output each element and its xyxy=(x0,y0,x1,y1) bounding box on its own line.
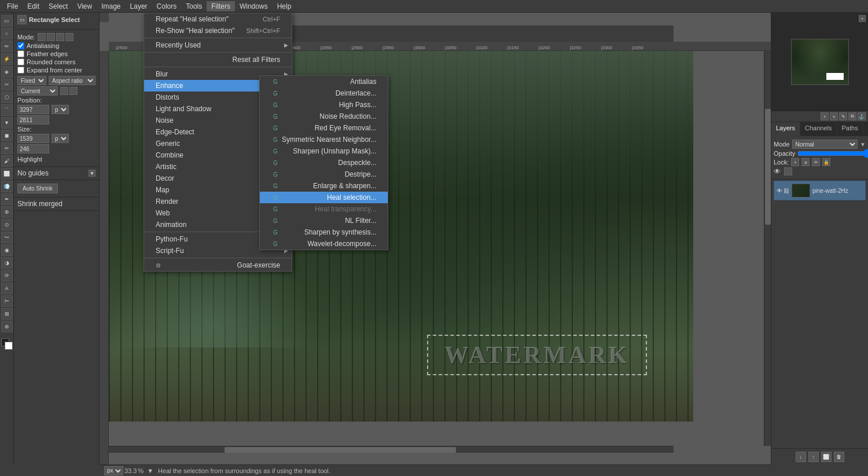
layer-anchor-btn[interactable]: ⚓ xyxy=(858,112,866,120)
tool-select-by-color[interactable]: ◈ xyxy=(1,66,13,78)
lock-paint-btn[interactable]: ✏ xyxy=(812,158,820,166)
current-select[interactable]: Current xyxy=(17,86,58,96)
unit-select[interactable]: px xyxy=(104,466,123,475)
heal-selection-item[interactable]: G Heal selection... xyxy=(260,192,388,203)
guides-arrow[interactable]: ▼ xyxy=(89,170,95,177)
layer-item[interactable]: 👁 ⛓ pine-watt-2Hz xyxy=(774,181,866,200)
edit-layer-btn[interactable]: ✎ xyxy=(839,112,847,120)
destripe-item[interactable]: G Destripe... xyxy=(260,169,388,180)
tool-select-foreground[interactable]: ⬡ xyxy=(1,91,13,103)
tool-eraser[interactable]: ⬜ xyxy=(1,168,13,180)
tool-select-rect[interactable]: ▭ xyxy=(1,15,13,27)
tool-smudge[interactable]: 〜 xyxy=(1,232,13,243)
menu-filters[interactable]: Filters xyxy=(207,1,235,12)
menu-image[interactable]: Image xyxy=(97,1,125,12)
layer-move-down-btn[interactable]: ↓ xyxy=(796,452,806,462)
high-pass-item[interactable]: G High Pass... xyxy=(260,99,388,111)
tool-select-free[interactable]: ✏ xyxy=(1,41,13,52)
menu-file[interactable]: File xyxy=(2,1,23,12)
tool-dodge-burn[interactable]: ◑ xyxy=(1,257,13,269)
tool-blur-sharpen[interactable]: ◉ xyxy=(1,244,13,256)
menu-view[interactable]: View xyxy=(72,1,97,12)
mode-select[interactable]: Normal xyxy=(792,140,858,149)
nl-filter-item[interactable]: G NL Filter... xyxy=(260,215,388,226)
delete-layer-btn[interactable]: × xyxy=(830,112,838,120)
nav-up-btn[interactable]: + xyxy=(859,15,866,22)
menu-windows[interactable]: Windows xyxy=(235,1,273,12)
noise-reduction-item[interactable]: G Noise Reduction... xyxy=(260,111,388,122)
mode-btn-4[interactable] xyxy=(65,33,73,41)
size-w-input[interactable] xyxy=(17,134,49,143)
menu-colors[interactable]: Colors xyxy=(152,1,182,12)
opacity-slider[interactable] xyxy=(797,150,868,157)
rounded-corners-checkbox[interactable] xyxy=(17,58,24,65)
tab-layers[interactable]: Layers xyxy=(771,122,800,136)
despeckle-item[interactable]: G Despeckle... xyxy=(260,157,388,169)
fixed-select[interactable]: Fixed xyxy=(17,76,46,85)
tool-paint-bucket[interactable]: ▼ xyxy=(1,117,13,129)
tool-ink[interactable]: ✒ xyxy=(1,193,13,205)
lock-position-btn[interactable]: + xyxy=(791,158,799,166)
tool-text[interactable]: A xyxy=(1,283,13,294)
current-btn-2[interactable] xyxy=(69,87,78,95)
wavelet-decompose-item[interactable]: G Wavelet-decompose... xyxy=(260,238,388,250)
new-layer-btn[interactable]: + xyxy=(821,112,829,120)
scrollbar-vertical[interactable] xyxy=(764,51,771,446)
layer-link-icon[interactable]: ⛓ xyxy=(784,188,789,194)
red-eye-item[interactable]: G Red Eye Removal... xyxy=(260,122,388,134)
tool-heal[interactable]: ⊕ xyxy=(1,206,13,218)
menu-tools[interactable]: Tools xyxy=(181,1,207,12)
menu-select[interactable]: Select xyxy=(44,1,72,12)
mode-btn-1[interactable] xyxy=(38,33,46,41)
tool-measure[interactable]: ⊢ xyxy=(1,295,13,307)
current-btn-1[interactable] xyxy=(60,87,68,95)
scrollbar-horizontal[interactable] xyxy=(109,446,674,453)
size-h-input[interactable] xyxy=(17,144,49,153)
auto-shrink-button[interactable]: Auto Shrink xyxy=(17,184,58,193)
tab-paths[interactable]: Paths xyxy=(837,122,863,136)
duplicate-layer-btn[interactable]: ⧉ xyxy=(848,112,856,120)
recently-used-item[interactable]: Recently Used xyxy=(144,39,292,51)
antialias-item[interactable]: G Antialias xyxy=(260,76,388,87)
mode-btn-2[interactable] xyxy=(47,33,55,41)
reshow-heal-item[interactable]: Re-Show "Heal selection" Shift+Ctrl+F xyxy=(144,25,292,36)
tool-paintbrush[interactable]: 🖌 xyxy=(1,155,13,167)
tool-gradient[interactable]: ◼ xyxy=(1,130,13,141)
h-scroll-thumb[interactable] xyxy=(225,447,456,453)
lock-all-btn[interactable]: 🔒 xyxy=(822,158,830,166)
goat-exercise-item[interactable]: ⚙ Goat-exercise xyxy=(144,259,292,271)
layer-visibility-eye[interactable]: 👁 xyxy=(774,167,782,175)
enlarge-sharpen-item[interactable]: G Enlarge & sharpen... xyxy=(260,180,388,192)
antialiasing-checkbox[interactable] xyxy=(17,42,24,49)
tool-clone[interactable]: ⊙ xyxy=(1,219,13,230)
repeat-heal-item[interactable]: Repeat "Heal selection" Ctrl+F xyxy=(144,13,292,25)
layer-eye-icon[interactable]: 👁 xyxy=(777,188,782,194)
sharpen-synthesis-item[interactable]: G Sharpen by synthesis... xyxy=(260,226,388,238)
position-y-input[interactable] xyxy=(17,115,49,125)
symmetric-nearest-item[interactable]: G Symmetric Nearest Neighbor... xyxy=(260,134,388,145)
expand-center-checkbox[interactable] xyxy=(17,67,24,74)
mode-btn-3[interactable] xyxy=(56,33,64,41)
aspect-ratio-select[interactable]: Aspect ratio xyxy=(49,76,95,85)
tool-transform[interactable]: ⟳ xyxy=(1,270,13,281)
menu-edit[interactable]: Edit xyxy=(23,1,44,12)
tool-color-picker[interactable]: ⊠ xyxy=(1,308,13,320)
feather-edges-checkbox[interactable] xyxy=(17,50,24,57)
layer-delete-btn[interactable]: 🗑 xyxy=(834,452,844,462)
position-x-input[interactable] xyxy=(17,105,49,114)
deinterlace-item[interactable]: G Deinterlace... xyxy=(260,87,388,99)
tool-airbrush[interactable]: 💨 xyxy=(1,181,13,192)
new-layer-from-visible-btn[interactable]: ⬜ xyxy=(821,452,832,462)
v-scroll-thumb[interactable] xyxy=(765,109,771,225)
reset-filters-item[interactable]: Reset all Filters xyxy=(144,54,292,65)
tool-select-scissors[interactable]: ✂ xyxy=(1,79,13,90)
menu-layer[interactable]: Layer xyxy=(126,1,152,12)
menu-help[interactable]: Help xyxy=(273,1,296,12)
tool-zoom[interactable]: ⊕ xyxy=(1,321,13,332)
position-unit-x[interactable]: px xyxy=(52,105,69,114)
size-unit[interactable]: px xyxy=(52,134,69,143)
layer-move-up-btn[interactable]: ↑ xyxy=(808,452,819,462)
tool-select-ellipse[interactable]: ○ xyxy=(1,28,13,39)
tool-pencil[interactable]: ✏ xyxy=(1,142,13,154)
sharpen-unsharp-item[interactable]: G Sharpen (Unsharp Mask)... xyxy=(260,145,388,157)
